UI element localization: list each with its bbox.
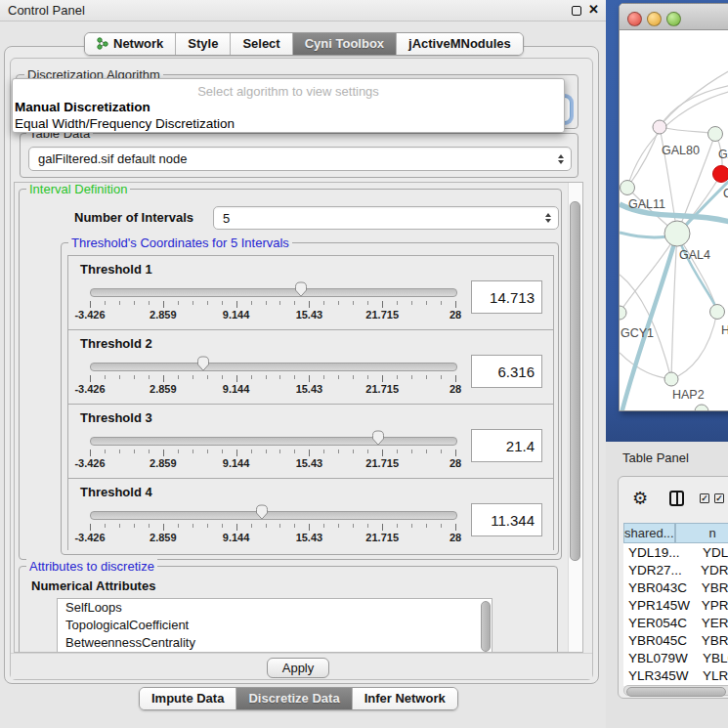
zoom-traffic-light-icon[interactable] — [666, 12, 681, 26]
table-row[interactable]: YDR27...YDR2 — [623, 561, 728, 578]
tick-label: -3.426 — [74, 309, 105, 321]
major-ticks — [90, 524, 456, 531]
node-gal4[interactable] — [664, 221, 690, 246]
close-traffic-light-icon[interactable] — [627, 12, 642, 26]
node-gal11[interactable] — [621, 181, 635, 195]
number-of-intervals-value: 5 — [223, 211, 230, 226]
minimize-traffic-light-icon[interactable] — [647, 12, 662, 26]
list-item[interactable]: BetweennessCentrality — [58, 634, 492, 652]
table-row[interactable]: YER054CYER0 — [623, 614, 728, 631]
tick-label: 21.715 — [365, 309, 399, 321]
threshold-1-value-field[interactable]: 14.713 — [471, 280, 542, 314]
table-row[interactable]: YPR145WYPR1 — [623, 596, 728, 614]
column-header-shared[interactable]: shared... — [623, 523, 675, 543]
gear-icon[interactable]: ⚙ — [632, 490, 648, 507]
node-bottom[interactable] — [695, 405, 708, 411]
float-window-icon[interactable] — [572, 6, 581, 16]
list-item[interactable]: TopologicalCoefficient — [58, 617, 492, 634]
major-ticks — [90, 450, 456, 456]
table-panel: ⚙ ✓ ✓ shared... n YDL19...YDL1 YDR27...Y… — [618, 476, 728, 699]
tab-style-label: Style — [188, 36, 218, 51]
table-hscroll-thumb[interactable] — [626, 687, 726, 697]
tick-label: 9.144 — [223, 309, 250, 321]
tab-style[interactable]: Style — [176, 33, 231, 55]
panel-title: Control Panel — [8, 3, 85, 18]
column-layout-icon[interactable] — [669, 491, 684, 506]
numerical-attributes-list[interactable]: SelfLoops TopologicalCoefficient Between… — [57, 598, 492, 653]
apply-button[interactable]: Apply — [267, 658, 329, 678]
scrollpane-vscroll-thumb[interactable] — [570, 201, 580, 561]
tick-label: -3.426 — [74, 457, 105, 469]
threshold-1-slider-track[interactable] — [90, 288, 457, 297]
threshold-1-slider-thumb[interactable] — [293, 280, 309, 298]
tab-network[interactable]: Network — [85, 33, 176, 55]
threshold-4-value-field[interactable]: 11.344 — [471, 503, 542, 536]
network-window-titlebar[interactable] — [620, 4, 728, 30]
tick-labels: -3.426 2.859 9.144 15.43 21.715 28 — [90, 383, 455, 396]
option-equal-width-frequency[interactable]: Equal Width/Frequency Discretization — [15, 116, 235, 131]
table-body: YDL19...YDL1 YDR27...YDR2 YBR043CYBR0 YP… — [623, 543, 728, 686]
threshold-3-slider-track[interactable] — [90, 437, 457, 446]
threshold-1-panel: Threshold 1 -3.426 2.859 9.144 15.43 21.… — [68, 256, 553, 330]
cell: YER054C — [623, 616, 697, 630]
node-gcy1[interactable] — [620, 306, 626, 320]
threshold-3-slider-thumb[interactable] — [370, 429, 386, 447]
tab-select-label: Select — [242, 36, 279, 51]
tab-jactivemnodules[interactable]: jActiveMNodules — [397, 33, 523, 55]
tab-impute-data[interactable]: Impute Data — [140, 688, 236, 709]
option-manual-discretization[interactable]: Manual Discretization — [15, 100, 150, 114]
network-view-window[interactable]: GAL80 GA C GAL11 GAL4 GCY1 H HAP2 — [619, 3, 728, 411]
tick-label: -3.426 — [74, 383, 105, 395]
cell: YBL0 — [698, 651, 728, 665]
list-item[interactable]: SelfLoops — [58, 599, 492, 617]
tab-select[interactable]: Select — [231, 33, 292, 55]
tab-network-label: Network — [113, 36, 163, 51]
table-row[interactable]: YLR345WYLR3 — [623, 666, 728, 684]
tick-label: 21.715 — [365, 457, 399, 469]
tick-label: 2.859 — [150, 532, 177, 543]
threshold-2-value-field[interactable]: 6.316 — [471, 355, 542, 388]
close-icon[interactable]: ✕ — [588, 2, 599, 17]
column-header-name[interactable]: n — [675, 523, 728, 543]
node-label: HAP2 — [672, 388, 705, 402]
cell: YBR043C — [623, 580, 697, 595]
table-row[interactable]: YBR043CYBR0 — [623, 578, 728, 596]
cell: YLR345W — [623, 668, 698, 683]
tick-label: 21.715 — [365, 532, 399, 543]
cell: YBR0 — [697, 633, 728, 648]
checkbox-icon[interactable]: ✓ — [714, 493, 724, 503]
table-row[interactable]: YBL079WYBL0 — [623, 649, 728, 666]
node-label: C — [723, 187, 728, 200]
tab-infer-network[interactable]: Infer Network — [353, 688, 457, 709]
node-hap2[interactable] — [664, 372, 678, 386]
tab-cyni-toolbox[interactable]: Cyni Toolbox — [293, 33, 397, 55]
cell: YBL079W — [623, 651, 698, 665]
cell: YER0 — [697, 616, 728, 630]
table-data-combobox[interactable]: galFiltered.sif default node — [28, 147, 572, 171]
thresholds-group: Threshold's Coordinates for 5 Intervals … — [61, 242, 559, 555]
table-hscroll-track[interactable] — [623, 685, 728, 696]
threshold-4-slider-track[interactable] — [90, 511, 457, 520]
tick-label: 2.859 — [150, 309, 177, 321]
node-h[interactable] — [710, 305, 725, 320]
table-row[interactable]: YDL19...YDL1 — [623, 543, 728, 561]
checkbox-icon[interactable]: ✓ — [700, 493, 709, 503]
threshold-2-slider-thumb[interactable] — [195, 355, 211, 372]
node-red-selected[interactable] — [713, 166, 728, 183]
node-ga[interactable] — [708, 127, 723, 142]
list-scrollbar[interactable] — [481, 601, 491, 652]
table-row[interactable]: YBR045CYBR0 — [623, 631, 728, 649]
control-panel-titlebar: Control Panel ✕ — [0, 0, 606, 21]
threshold-4-slider-thumb[interactable] — [254, 503, 270, 521]
threshold-3-value-field[interactable]: 21.4 — [471, 429, 542, 462]
node-gal80[interactable] — [653, 120, 666, 134]
cell: YLR3 — [698, 668, 728, 683]
threshold-2-slider-track[interactable] — [90, 363, 457, 371]
number-of-intervals-combobox[interactable]: 5 — [213, 206, 559, 230]
threshold-2-panel: Threshold 2 -3.426 2.859 9.144 15.43 21.… — [68, 330, 553, 405]
tick-label: 15.43 — [296, 457, 323, 469]
tab-discretize-data[interactable]: Discretize Data — [236, 688, 352, 709]
interval-definition-label: Interval Definition — [26, 182, 130, 196]
threshold-1-label: Threshold 1 — [80, 262, 152, 277]
network-graph[interactable]: GAL80 GA C GAL11 GAL4 GCY1 H HAP2 — [620, 30, 728, 411]
